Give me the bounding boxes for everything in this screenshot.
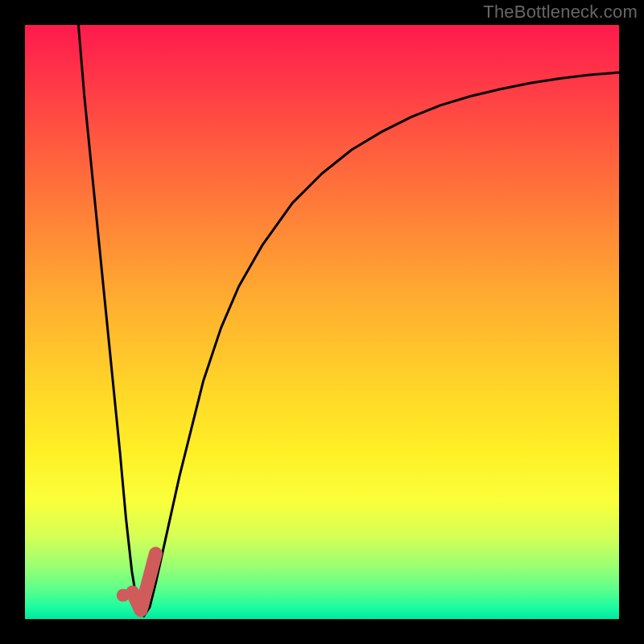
bottleneck-curve	[78, 25, 619, 616]
plot-area	[25, 25, 619, 619]
chart-svg	[25, 25, 619, 619]
chart-frame: TheBottleneck.com	[0, 0, 644, 644]
watermark-text: TheBottleneck.com	[483, 2, 638, 23]
